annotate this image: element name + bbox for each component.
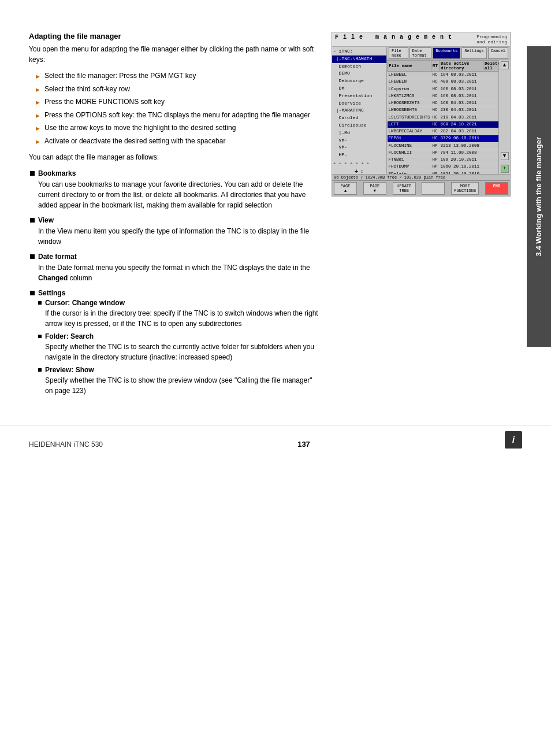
file-manager-screenshot: F i l e m a n a g e m e n t Programminga… (332, 32, 511, 197)
bullet-list: ► Select the file manager: Press the PGM… (35, 71, 320, 146)
softkey-more-functions[interactable]: MOREFUNCTIONS (451, 182, 479, 195)
table-row[interactable]: LWBSPECIALDAYHC282 04.03.2011------ (388, 128, 499, 135)
small-square-folder (38, 335, 42, 338)
tree-item-0[interactable]: - iTNC: (332, 48, 386, 55)
bullet-text-1: Select the third soft-key row (44, 84, 130, 94)
date-format-title: Date format (38, 253, 77, 261)
bullet-item-4: ► Use the arrow keys to move the highlig… (35, 123, 320, 134)
softkey-update-tree[interactable]: UPDATETREE (393, 182, 416, 195)
fm-scroll-up-btn[interactable]: ▲ (501, 61, 509, 69)
sub-subsection-label-folder: Folder: Search (38, 332, 320, 340)
fm-status-text: 96 Objects / 1024.0kB free / 102.020 pla… (334, 175, 445, 180)
table-row[interactable]: LMKSTLZMCSHC160 08.03.2011------ (388, 92, 499, 99)
table-row[interactable]: FDelateHP1021 20.10.2010------ (388, 171, 499, 174)
bullet-item-0: ► Select the file manager: Press the PGM… (35, 71, 320, 81)
sub-subsection-cursor: Cursor: Change window If the cursor is i… (38, 299, 320, 329)
table-row[interactable]: FLOCNHLIIHP784 11.09.2008------ (388, 149, 499, 156)
fm-btn-filename[interactable]: File name (389, 47, 408, 59)
table-row-selected[interactable]: LCFTHC609 24.10.2021------ (388, 121, 499, 128)
square-bullet-date-format (30, 254, 35, 259)
bullet-item-5: ► Activate or deactivate the desired set… (35, 136, 320, 147)
tree-item-11[interactable]: |-Md (332, 129, 386, 137)
table-row[interactable]: LCopyrunHC160 08.03.2011------ (388, 86, 499, 92)
subsection-label-settings: Settings (30, 289, 320, 297)
fm-btn-bookmarks[interactable]: Bookmarks (433, 47, 460, 59)
subsection-label-bookmarks: Bookmarks (30, 169, 320, 177)
table-row[interactable]: LHEBEELHC194 08.03.2011------ (388, 72, 499, 79)
table-row[interactable]: FHOTDUMPHP1060 20.10.2011------ (388, 164, 499, 171)
tree-divider: + + + + + + + (332, 159, 386, 168)
fm-btn-settings[interactable]: Settings (461, 47, 487, 59)
side-tab-text: 3.4 Working with the file manager (534, 137, 544, 256)
tree-item-1[interactable]: |-TNC:\MAMATH (332, 55, 386, 63)
info-icon-box: i (505, 431, 522, 449)
tree-controls: + ↕ (332, 168, 386, 174)
softkey-end[interactable]: END (485, 182, 508, 195)
table-row[interactable]: LSLSTSTUDREEDHTSHC210 04.03.2011------ (388, 114, 499, 121)
fm-right-area: File name Date format Bookmarks Settings… (387, 47, 510, 174)
tree-item-12[interactable]: VM- (332, 137, 386, 144)
table-row[interactable]: LHBOOSEEZHTSHC160 04.03.2011------ (388, 100, 499, 107)
folder-title: Folder: Search (45, 332, 94, 340)
bullet-arrow-2: ► (35, 98, 41, 108)
subsection-settings: Settings Cursor: Change window If the cu… (30, 289, 320, 396)
intro-text: You open the menu for adapting the file … (29, 44, 320, 65)
tree-item-8[interactable]: |-MARATTNC (332, 107, 386, 114)
tree-item-14[interactable]: HP- (332, 151, 386, 159)
small-square-cursor (38, 301, 42, 305)
fm-status-bar: 96 Objects / 1024.0kB free / 102.020 pla… (332, 174, 510, 180)
fm-btn-dateformat[interactable]: Date format (409, 47, 432, 59)
bullet-arrow-4: ► (35, 124, 41, 134)
fm-dropdown-area: File name Date format Bookmarks Settings… (387, 47, 510, 60)
table-row[interactable]: FTNBd1HP109 20.10.2011------ (388, 157, 499, 164)
footer-page-number: 137 (297, 440, 310, 449)
footer-brand: HEIDENHAIN iTNC 530 (29, 440, 103, 449)
col-header-name: File name (388, 61, 431, 72)
softkey-page-down[interactable]: PAGE▼ (363, 182, 386, 195)
table-row[interactable]: LHEBELNHC409 08.03.2011------ (388, 79, 499, 86)
table-row[interactable]: LWBOOSEEHTSHC230 04.03.2011------ (388, 107, 499, 114)
page-container: 3.4 Working with the file manager Adapti… (0, 0, 551, 756)
col-header-date: Date active directory (440, 61, 483, 72)
tree-ctrl-arrows: ↕ (360, 169, 364, 174)
fm-add-btn[interactable]: + (501, 165, 509, 173)
table-row[interactable]: FLOCNHINEHP3213 13.09.2008------ (388, 142, 499, 149)
bullet-text-5: Activate or deactivate the desired setti… (44, 136, 226, 146)
sub-subsection-folder: Folder: Search Specify whether the TNC i… (38, 332, 320, 362)
view-title: View (38, 216, 54, 224)
fm-toolbar: File name Date format Bookmarks Settings… (387, 47, 510, 60)
tree-item-13[interactable]: VM- (332, 144, 386, 151)
sub-subsection-preview: Preview: Show Specify whether the TNC is… (38, 366, 320, 396)
tree-item-10[interactable]: Circlesuse (332, 122, 386, 129)
sub-subsection-label-preview: Preview: Show (38, 366, 320, 374)
tree-item-7[interactable]: Dservice (332, 100, 386, 108)
bullet-item-2: ► Press the MORE FUNCTIONS soft key (35, 97, 320, 108)
fm-top-right: Programmingand editing (476, 34, 507, 45)
tree-ctrl-plus: + (355, 169, 358, 174)
side-tab: 3.4 Working with the file manager (527, 46, 551, 347)
tree-item-5[interactable]: DM (332, 85, 386, 92)
bullet-text-0: Select the file manager: Press the PGM M… (44, 71, 196, 81)
two-col-layout: Adapting the file manager You open the m… (29, 32, 516, 402)
bullet-arrow-0: ► (35, 72, 41, 81)
tree-item-4[interactable]: Debusorge (332, 77, 386, 85)
tree-item-2[interactable]: Demotech (332, 63, 386, 71)
tree-item-3[interactable]: DEMO (332, 70, 386, 77)
sub-subsection-label-cursor: Cursor: Change window (38, 299, 320, 307)
col-header-mt: MT (431, 61, 440, 72)
softkey-page-up[interactable]: PAGE▲ (334, 182, 357, 195)
fm-header: F i l e m a n a g e m e n t Programminga… (332, 32, 510, 47)
bullet-item-1: ► Select the third soft-key row (35, 84, 320, 95)
tree-item-6[interactable]: Presentation (332, 92, 386, 100)
table-row[interactable]: FPP81HC3779 08.10.2011------ (388, 135, 499, 142)
subsection-body-bookmarks: You can use bookmarks to manage your fav… (38, 179, 320, 210)
fm-scroll-down-btn[interactable]: ▼ (501, 152, 509, 160)
subsection-label-date-format: Date format (30, 253, 320, 261)
fm-table-scroll: File name MT Date active directory Delet… (387, 60, 498, 174)
fm-btn-cancel[interactable]: Cancel (488, 47, 508, 59)
page-footer: HEIDENHAIN iTNC 530 137 i (0, 425, 551, 449)
bullet-arrow-3: ► (35, 111, 41, 121)
small-square-preview (38, 368, 42, 372)
bookmarks-title: Bookmarks (38, 169, 76, 177)
tree-item-9[interactable]: Caroled (332, 114, 386, 122)
